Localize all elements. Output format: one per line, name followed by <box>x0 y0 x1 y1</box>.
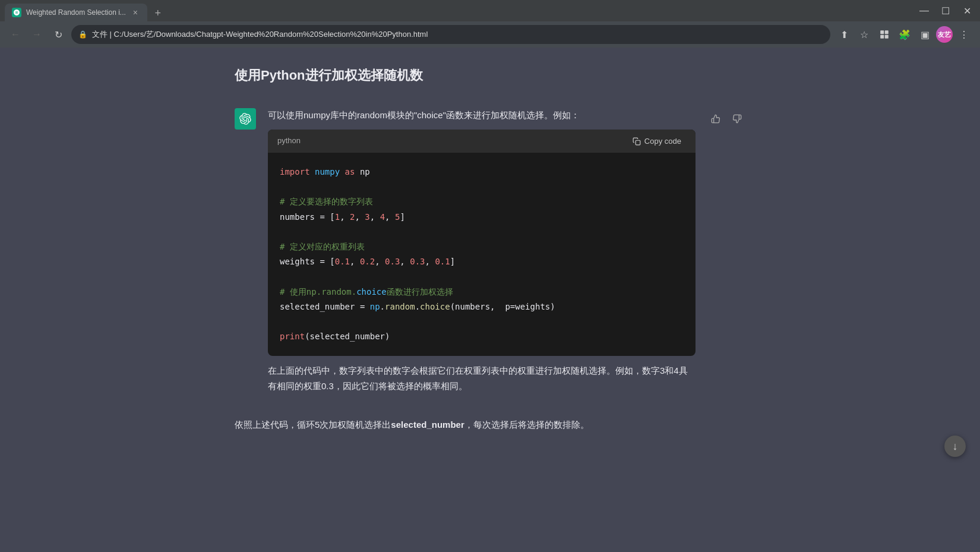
assistant-avatar <box>235 108 256 130</box>
maximize-button[interactable]: ☐ <box>937 2 954 19</box>
code-language-label: python <box>277 135 301 147</box>
copy-label: Copy code <box>644 137 681 146</box>
code-line-blank-2 <box>280 225 684 239</box>
svg-rect-3 <box>885 35 889 39</box>
minimize-button[interactable]: — <box>916 2 932 19</box>
active-tab[interactable]: Weighted Random Selection i... × <box>5 4 147 21</box>
tab-close-button[interactable]: × <box>131 8 140 17</box>
new-tab-button[interactable]: + <box>150 5 166 21</box>
conversation: 可以使用numpy库中的random模块的"choice"函数来进行加权随机选择… <box>223 96 757 405</box>
close-window-button[interactable]: ✕ <box>959 2 975 19</box>
message-text-content: 可以使用numpy库中的random模块的"choice"函数来进行加权随机选择… <box>268 108 696 393</box>
code-line-comment-2: # 定义对应的权重列表 <box>280 239 684 254</box>
message-actions <box>707 111 745 127</box>
thumbs-up-icon <box>711 114 720 124</box>
title-bar: Weighted Random Selection i... × + — ☐ ✕ <box>0 0 980 21</box>
assistant-message: 可以使用numpy库中的random模块的"choice"函数来进行加权随机选择… <box>235 96 745 405</box>
scroll-down-button[interactable]: ↓ <box>944 436 966 457</box>
tab-favicon <box>12 8 21 17</box>
message-description: 在上面的代码中，数字列表中的数字会根据它们在权重列表中的权重进行加权随机选择。例… <box>268 363 696 393</box>
code-line-comment-3: # 使用np.random.choice函数进行加权选择 <box>280 285 684 299</box>
code-line-blank-4 <box>280 314 684 329</box>
back-button[interactable]: ← <box>7 26 24 43</box>
menu-button[interactable]: ⋮ <box>955 26 973 43</box>
svg-rect-2 <box>880 35 884 39</box>
code-line-selected: selected_number = np.random.choice(numbe… <box>280 299 684 314</box>
bottom-text: 依照上述代码，循环5次加权随机选择出selected_number，每次选择后将… <box>235 417 745 433</box>
navigation-bar: ← → ↻ 🔒 ⬆ ☆ 🧩 ▣ 友艺 ⋮ <box>0 21 980 48</box>
browser-window: Weighted Random Selection i... × + — ☐ ✕… <box>0 0 980 552</box>
thumbs-down-icon <box>732 114 742 124</box>
page-title: 使用Python进行加权选择随机数 <box>235 67 745 84</box>
code-line-weights: weights = [0.1, 0.2, 0.3, 0.3, 0.1] <box>280 254 684 269</box>
address-bar[interactable] <box>92 30 823 39</box>
code-line-blank-3 <box>280 269 684 284</box>
page-header: 使用Python进行加权选择随机数 <box>223 48 757 96</box>
svg-rect-4 <box>636 140 640 145</box>
sidebar-toggle-button[interactable]: ▣ <box>916 26 934 43</box>
forward-button[interactable]: → <box>29 26 45 43</box>
lock-icon: 🔒 <box>78 30 87 39</box>
message-intro: 可以使用numpy库中的random模块的"choice"函数来进行加权随机选择… <box>268 108 696 122</box>
code-line-numbers: numbers = [1, 2, 3, 4, 5] <box>280 210 684 225</box>
refresh-button[interactable]: ↻ <box>50 26 67 43</box>
tab-title: Weighted Random Selection i... <box>26 8 126 17</box>
code-line-blank-1 <box>280 179 684 194</box>
copy-icon <box>633 137 641 146</box>
thumbs-up-button[interactable] <box>707 111 724 127</box>
page-content: 使用Python进行加权选择随机数 可以使用numpy库中的random模块的"… <box>0 48 980 552</box>
code-line-comment-1: # 定义要选择的数字列表 <box>280 194 684 209</box>
puzzle-button[interactable]: 🧩 <box>896 26 913 43</box>
thumbs-down-button[interactable] <box>729 111 745 127</box>
chatgpt-icon <box>13 9 20 16</box>
share-button[interactable]: ⬆ <box>835 26 853 43</box>
code-line-1: import numpy as np <box>280 165 684 179</box>
user-avatar-button[interactable]: 友艺 <box>936 26 953 43</box>
nav-actions: ⬆ ☆ 🧩 ▣ 友艺 ⋮ <box>835 26 973 43</box>
extensions-button[interactable] <box>875 26 893 43</box>
window-controls: — ☐ ✕ <box>916 2 975 19</box>
bottom-section: 依照上述代码，循环5次加权随机选择出selected_number，每次选择后将… <box>223 405 757 450</box>
svg-rect-1 <box>885 30 889 34</box>
tab-bar: Weighted Random Selection i... × + <box>5 0 911 21</box>
bookmark-button[interactable]: ☆ <box>855 26 873 43</box>
copy-code-button[interactable]: Copy code <box>628 134 686 148</box>
code-block-wrapper: python Copy code import numpy as np <box>268 130 696 356</box>
code-line-print: print(selected_number) <box>280 329 684 344</box>
code-block-header: python Copy code <box>268 130 696 153</box>
code-content: import numpy as np # 定义要选择的数字列表 numbers … <box>268 153 696 356</box>
svg-rect-0 <box>880 30 884 34</box>
address-bar-container: 🔒 <box>71 25 830 44</box>
chatgpt-logo <box>239 113 251 125</box>
